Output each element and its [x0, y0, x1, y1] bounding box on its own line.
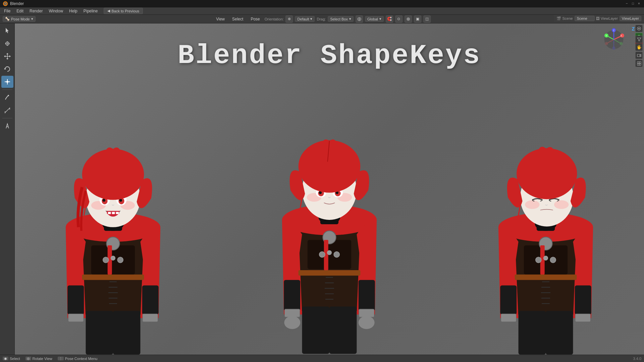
context-menu-key: ⋮	[58, 357, 64, 360]
svg-marker-12	[6, 58, 8, 60]
move-tool-btn[interactable]	[1, 50, 13, 62]
menu-window[interactable]: Window	[46, 8, 66, 14]
menu-pipeline[interactable]: Pipeline	[81, 8, 101, 14]
drag-label: Drag:	[317, 17, 326, 21]
back-to-previous-button[interactable]: ◀ Back to Previous	[104, 8, 143, 14]
svg-point-2	[5, 3, 6, 4]
title-bar-controls: − □ ×	[625, 1, 641, 6]
svg-point-114	[517, 215, 520, 218]
menu-render[interactable]: Render	[27, 8, 45, 14]
pose-mode-dropdown[interactable]: 🦴 Pose Mode ▾	[3, 16, 36, 22]
svg-rect-96	[359, 309, 374, 317]
cursor-tool-btn[interactable]	[1, 25, 13, 37]
svg-marker-15	[4, 68, 6, 69]
xray-btn[interactable]: ◫	[423, 15, 431, 23]
viewlayer-value[interactable]: ViewLayer	[620, 16, 641, 21]
hand-tool-btn[interactable]: 🖐	[635, 44, 643, 51]
title-bar-left: Blender	[3, 1, 24, 6]
svg-point-117	[550, 257, 556, 263]
svg-point-50	[82, 216, 85, 219]
global-value: Global	[367, 17, 378, 21]
render-preview-btn[interactable]	[635, 25, 643, 32]
svg-point-112	[517, 148, 577, 199]
maximize-button[interactable]: □	[631, 1, 635, 6]
scene-title: Blender ShapeKeys	[178, 40, 481, 71]
snapping-btn[interactable]: 🧲	[386, 15, 393, 23]
svg-point-52	[111, 256, 115, 260]
svg-point-82	[299, 140, 361, 193]
proportional-btn[interactable]: ⊙	[395, 15, 402, 23]
view-menu[interactable]: View	[213, 16, 227, 22]
menu-file[interactable]: File	[1, 8, 13, 14]
rotate-view-label: Rotate View	[33, 357, 52, 361]
select-label: Select	[10, 357, 20, 361]
measure-tool-btn[interactable]	[1, 104, 13, 116]
svg-point-116	[544, 256, 548, 260]
scene-field: 🎬 Scene Scene	[556, 16, 594, 21]
pose-mode-chevron: ▾	[31, 17, 33, 21]
title-bar: Blender − □ ×	[0, 0, 644, 7]
scene-viewlayer-area: 🎬 Scene Scene 🖼 ViewLayer ViewLayer	[554, 15, 644, 22]
toolbar-separator-2	[2, 118, 12, 118]
svg-point-86	[327, 250, 331, 255]
svg-rect-55	[113, 311, 140, 355]
pose-context-label: Pose Context Menu	[65, 357, 98, 361]
annotate-tool-btn[interactable]	[1, 92, 13, 104]
camera-view-btn[interactable]	[635, 52, 643, 59]
svg-point-48	[82, 149, 144, 200]
svg-point-43	[102, 199, 105, 202]
main-layout: Blender ShapeKeys	[0, 23, 644, 355]
drag-dropdown[interactable]: Select Box ▾	[328, 16, 354, 22]
svg-rect-124	[546, 311, 573, 355]
toolbar-center: View Select Pose Orientation: ⊕ Default …	[213, 15, 431, 23]
character-left-svg	[49, 73, 177, 355]
svg-rect-93	[302, 307, 329, 354]
shading-btn[interactable]	[405, 15, 412, 23]
viewport[interactable]: Blender ShapeKeys	[15, 23, 644, 355]
rotate-view-key: ◎	[25, 357, 31, 360]
left-toolbar	[0, 23, 15, 355]
pose-context-status: ⋮ Pose Context Menu	[58, 357, 98, 361]
z-axis-label: Z	[632, 26, 635, 32]
filter-icon-btn[interactable]	[635, 36, 643, 43]
minimize-button[interactable]: −	[625, 1, 629, 6]
viewlayer-icon: 🖼	[596, 16, 600, 20]
svg-point-115	[536, 257, 541, 263]
pose-mode-label: Pose Mode	[11, 17, 30, 21]
svg-point-144	[638, 28, 640, 29]
rotate-tool-btn[interactable]	[1, 63, 13, 75]
svg-point-87	[334, 252, 339, 257]
svg-point-142	[612, 47, 615, 50]
svg-rect-125	[501, 314, 517, 322]
drag-value: Select Box	[330, 17, 348, 21]
svg-rect-32	[67, 286, 84, 315]
close-button[interactable]: ×	[637, 1, 641, 6]
svg-rect-45	[108, 212, 111, 214]
orientation-dropdown[interactable]: Default ▾	[295, 16, 315, 22]
menu-help[interactable]: Help	[66, 8, 80, 14]
global-dropdown[interactable]: Global ▾	[365, 16, 384, 22]
gizmo-axes: X Y Z	[600, 26, 627, 53]
character-center	[266, 73, 393, 355]
select-menu[interactable]: Select	[229, 16, 246, 22]
scale-tool-btn[interactable]	[1, 76, 13, 88]
character-center-svg	[266, 73, 393, 355]
global-icon-btn[interactable]	[356, 15, 363, 23]
title-bar-title: Blender	[10, 1, 24, 6]
grid-view-btn[interactable]	[635, 60, 643, 67]
toolbar-separator-1	[2, 89, 12, 90]
header-toolbar: 🦴 Pose Mode ▾ View Select Pose Orientati…	[0, 15, 644, 23]
svg-point-98	[359, 316, 375, 329]
scene-value[interactable]: Scene	[575, 16, 595, 21]
pose-mode-icon: 🦴	[5, 17, 10, 21]
svg-text:X: X	[621, 35, 622, 37]
pose-extra-btn[interactable]	[1, 120, 13, 132]
orientation-value: Default	[298, 17, 309, 21]
svg-marker-11	[6, 53, 8, 54]
pose-menu[interactable]: Pose	[248, 16, 262, 22]
menu-edit[interactable]: Edit	[14, 8, 26, 14]
orientation-icon-btn[interactable]: ⊕	[286, 15, 293, 23]
overlay-btn[interactable]: ▣	[414, 15, 421, 23]
cursor-origin-btn[interactable]	[1, 38, 13, 50]
svg-rect-54	[86, 311, 113, 355]
